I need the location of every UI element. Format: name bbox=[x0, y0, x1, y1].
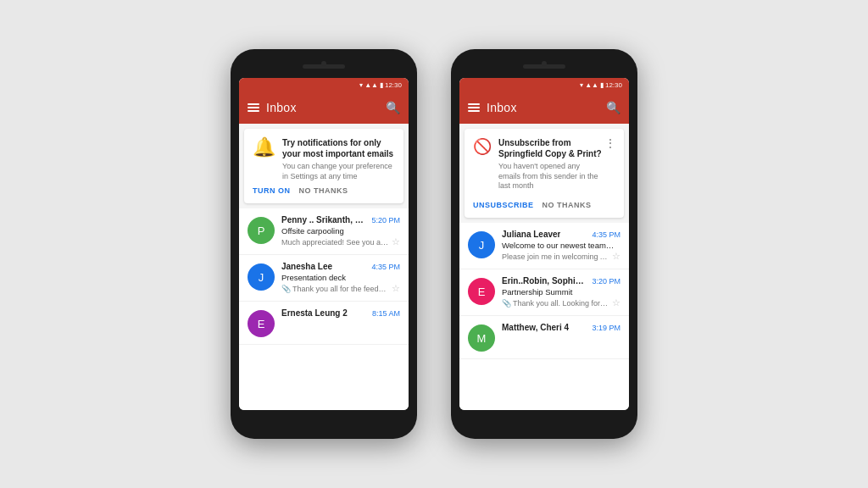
no-thanks-button-1[interactable]: NO THANKS bbox=[299, 186, 348, 195]
notif-title-2: Unsubscribe from Springfield Copy & Prin… bbox=[498, 137, 604, 159]
battery-icon-2: ▮ bbox=[600, 81, 604, 89]
star-icon-1-1[interactable]: ☆ bbox=[392, 236, 400, 247]
email-header-2-2: Erin..Robin, Sophia, Dave 9 3:20 PM bbox=[502, 276, 620, 286]
email-list-2: J Juliana Leaver 4:35 PM Welcome to our … bbox=[459, 223, 629, 410]
app-title-1: Inbox bbox=[266, 101, 297, 114]
hamburger-menu-1[interactable] bbox=[248, 103, 259, 112]
email-subject-2-2: Partnership Summit bbox=[502, 287, 620, 297]
email-header-1-1: Penny .. Srikanth, Liu 9 5:20 PM bbox=[281, 215, 400, 225]
email-time-1-1: 5:20 PM bbox=[371, 216, 400, 225]
email-preview-row-1-2: 📎 Thank you all for the feedback today. … bbox=[281, 283, 400, 294]
email-sender-1-1: Penny .. Srikanth, Liu 9 bbox=[281, 215, 366, 225]
time-2: 12:30 bbox=[605, 81, 622, 89]
email-subject-1-1: Offsite carpooling bbox=[281, 226, 400, 236]
email-item-2-3[interactable]: M Matthew, Cheri 4 3:19 PM bbox=[459, 316, 629, 359]
turn-on-button[interactable]: TURN ON bbox=[253, 186, 291, 195]
notification-card-2: 🚫 Unsubscribe from Springfield Copy & Pr… bbox=[465, 129, 624, 218]
wifi-icon-2: ▾ bbox=[580, 81, 583, 89]
notif-text-1: Try notifications for only your most imp… bbox=[282, 137, 395, 181]
app-bar-left-1: Inbox bbox=[248, 101, 297, 114]
email-preview-1-2: Thank you all for the feedback today. ..… bbox=[292, 285, 389, 293]
email-sender-2-2: Erin..Robin, Sophia, Dave 9 bbox=[502, 276, 587, 286]
phones-container: ▾ ▲▲ ▮ 12:30 Inbox 🔍 🔔 bbox=[231, 49, 637, 439]
phone-top-1 bbox=[239, 58, 409, 75]
notif-text-2: Unsubscribe from Springfield Copy & Prin… bbox=[498, 137, 604, 191]
avatar-1-2: J bbox=[248, 263, 275, 291]
email-time-1-3: 8:15 AM bbox=[372, 309, 400, 318]
email-item-2-1[interactable]: J Juliana Leaver 4:35 PM Welcome to our … bbox=[459, 223, 629, 269]
time-1: 12:30 bbox=[385, 81, 402, 89]
notif-top-2: 🚫 Unsubscribe from Springfield Copy & Pr… bbox=[473, 137, 604, 191]
email-content-2-1: Juliana Leaver 4:35 PM Welcome to our ne… bbox=[502, 230, 620, 262]
phone-camera-1 bbox=[321, 61, 326, 66]
status-bar-2: ▾ ▲▲ ▮ 12:30 bbox=[459, 78, 629, 92]
email-preview-row-2-2: 📎 Thank you all. Looking forward to see.… bbox=[502, 297, 620, 308]
email-subject-2-1: Welcome to our newest teammate bbox=[502, 241, 620, 250]
signal-icon-2: ▲▲ bbox=[585, 81, 598, 89]
email-time-2-2: 3:20 PM bbox=[592, 277, 620, 286]
phone-bottom-2 bbox=[459, 413, 629, 430]
email-sender-1-3: Ernesta Leung 2 bbox=[281, 308, 348, 318]
search-button-1[interactable]: 🔍 bbox=[386, 101, 400, 114]
email-sender-2-3: Matthew, Cheri 4 bbox=[502, 323, 569, 332]
notif-title-1: Try notifications for only your most imp… bbox=[282, 137, 395, 159]
email-content-2-2: Erin..Robin, Sophia, Dave 9 3:20 PM Part… bbox=[502, 276, 620, 308]
email-preview-2-1: Please join me in welcoming Aastha ... bbox=[502, 252, 609, 261]
avatar-2-1: J bbox=[468, 231, 495, 258]
phone-screen-1: ▾ ▲▲ ▮ 12:30 Inbox 🔍 🔔 bbox=[239, 78, 409, 410]
wifi-icon-1: ▾ bbox=[359, 81, 363, 89]
app-bar-1: Inbox 🔍 bbox=[239, 92, 409, 124]
bell-icon-1: 🔔 bbox=[253, 138, 275, 157]
battery-icon-1: ▮ bbox=[380, 81, 383, 89]
email-time-1-2: 4:35 PM bbox=[371, 263, 400, 271]
email-content-1-3: Ernesta Leung 2 8:15 AM bbox=[281, 308, 400, 319]
email-preview-1-1: Much appreciated! See you all on Tue... bbox=[281, 238, 389, 247]
avatar-1-3: E bbox=[248, 310, 275, 337]
phone-2: ▾ ▲▲ ▮ 12:30 Inbox 🔍 bbox=[451, 49, 637, 439]
email-time-2-1: 4:35 PM bbox=[592, 230, 620, 239]
email-sender-1-2: Janesha Lee bbox=[281, 262, 332, 271]
email-item-1-2[interactable]: J Janesha Lee 4:35 PM Presentation deck … bbox=[239, 255, 409, 302]
phone-camera-2 bbox=[542, 61, 547, 66]
notification-card-1: 🔔 Try notifications for only your most i… bbox=[244, 129, 403, 203]
signal-icon-1: ▲▲ bbox=[364, 81, 378, 89]
email-item-1-3[interactable]: E Ernesta Leung 2 8:15 AM bbox=[239, 302, 409, 345]
email-header-1-2: Janesha Lee 4:35 PM bbox=[281, 262, 400, 271]
star-icon-2-1[interactable]: ☆ bbox=[612, 251, 620, 262]
star-icon-1-2[interactable]: ☆ bbox=[392, 283, 400, 294]
notif-actions-2: UNSUBSCRIBE NO THANKS bbox=[473, 201, 615, 209]
email-item-2-2[interactable]: E Erin..Robin, Sophia, Dave 9 3:20 PM Pa… bbox=[459, 269, 629, 316]
hamburger-menu-2[interactable] bbox=[468, 103, 480, 112]
phone-1: ▾ ▲▲ ▮ 12:30 Inbox 🔍 🔔 bbox=[231, 49, 417, 439]
email-content-1-1: Penny .. Srikanth, Liu 9 5:20 PM Offsite… bbox=[281, 215, 400, 247]
status-icons-2: ▾ ▲▲ ▮ 12:30 bbox=[580, 81, 622, 89]
email-content-2-3: Matthew, Cheri 4 3:19 PM bbox=[502, 323, 620, 334]
notif-actions-1: TURN ON NO THANKS bbox=[253, 186, 395, 195]
unsubscribe-button[interactable]: UNSUBSCRIBE bbox=[473, 201, 534, 209]
email-header-2-3: Matthew, Cheri 4 3:19 PM bbox=[502, 323, 620, 332]
email-time-2-3: 3:19 PM bbox=[592, 324, 620, 332]
status-bar-1: ▾ ▲▲ ▮ 12:30 bbox=[239, 78, 409, 92]
email-header-2-1: Juliana Leaver 4:35 PM bbox=[502, 230, 620, 239]
phone-top-2 bbox=[459, 58, 629, 75]
email-item-1-1[interactable]: P Penny .. Srikanth, Liu 9 5:20 PM Offsi… bbox=[239, 208, 409, 255]
phone-bottom-1 bbox=[239, 413, 409, 430]
attachment-icon-2-2: 📎 bbox=[502, 299, 511, 308]
app-bar-left-2: Inbox bbox=[468, 101, 517, 114]
email-subject-1-2: Presentation deck bbox=[281, 273, 400, 282]
email-header-1-3: Ernesta Leung 2 8:15 AM bbox=[281, 308, 400, 318]
search-button-2[interactable]: 🔍 bbox=[606, 101, 620, 114]
star-icon-2-2[interactable]: ☆ bbox=[612, 297, 620, 308]
no-thanks-button-2[interactable]: NO THANKS bbox=[542, 201, 592, 209]
email-preview-row-1-1: Much appreciated! See you all on Tue... … bbox=[281, 236, 400, 247]
notif-card-row-2: 🚫 Unsubscribe from Springfield Copy & Pr… bbox=[473, 137, 615, 196]
phone-screen-2: ▾ ▲▲ ▮ 12:30 Inbox 🔍 bbox=[459, 78, 629, 410]
more-options-button-2[interactable]: ⋮ bbox=[605, 137, 615, 149]
notif-body-2: You haven't opened any emails from this … bbox=[498, 162, 604, 191]
notif-top-1: 🔔 Try notifications for only your most i… bbox=[253, 137, 395, 181]
attachment-icon-1-2: 📎 bbox=[281, 285, 291, 293]
status-icons-1: ▾ ▲▲ ▮ 12:30 bbox=[359, 81, 402, 89]
email-sender-2-1: Juliana Leaver bbox=[502, 230, 560, 239]
avatar-2-2: E bbox=[468, 278, 495, 305]
email-preview-2-2: Thank you all. Looking forward to see... bbox=[513, 299, 609, 308]
